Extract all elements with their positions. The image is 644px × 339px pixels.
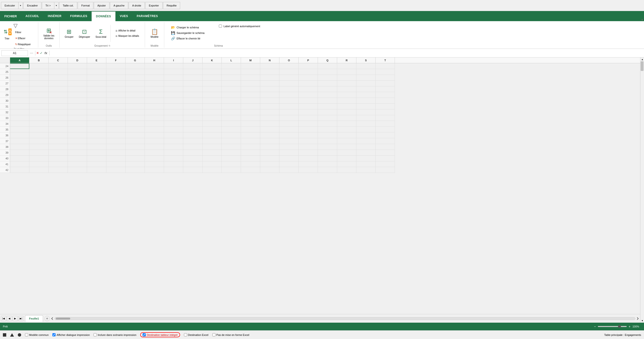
cell-I35[interactable]: [164, 127, 183, 132]
cell-S40[interactable]: [356, 156, 376, 161]
cell-C32[interactable]: [48, 110, 68, 115]
charger-schema-button[interactable]: 📂 Charger le schéma: [170, 25, 205, 30]
cell-J25[interactable]: [183, 69, 202, 75]
cell-R28[interactable]: [337, 86, 356, 92]
cell-S39[interactable]: [356, 150, 376, 156]
requete-button[interactable]: Requête: [163, 2, 180, 9]
v-scroll-up-button[interactable]: ▲: [640, 58, 644, 61]
cell-E38[interactable]: [87, 144, 106, 150]
cell-D35[interactable]: [68, 127, 87, 132]
cell-C25[interactable]: [48, 69, 68, 75]
pas-de-formate-checkbox[interactable]: [212, 333, 216, 336]
cell-N33[interactable]: [260, 115, 280, 121]
cell-E35[interactable]: [87, 127, 106, 132]
cell-Q42[interactable]: [318, 167, 337, 173]
cell-G37[interactable]: [126, 138, 145, 144]
cell-Q28[interactable]: [318, 86, 337, 92]
cell-F40[interactable]: [106, 156, 126, 161]
cell-H27[interactable]: [145, 80, 164, 86]
cell-R33[interactable]: [337, 115, 356, 121]
cell-G32[interactable]: [126, 110, 145, 115]
cell-J34[interactable]: [183, 121, 202, 127]
cell-N31[interactable]: [260, 104, 280, 110]
tab-parametres[interactable]: PARAMÈTRES: [132, 11, 162, 21]
cell-L35[interactable]: [222, 127, 241, 132]
cell-H34[interactable]: [145, 121, 164, 127]
cell-E40[interactable]: [87, 156, 106, 161]
cell-I34[interactable]: [164, 121, 183, 127]
cell-N34[interactable]: [260, 121, 280, 127]
cell-T39[interactable]: [376, 150, 395, 156]
cell-D24[interactable]: [68, 63, 87, 69]
tab-accueil[interactable]: ACCUEIL: [21, 11, 44, 21]
row-number-34[interactable]: 34: [0, 121, 10, 127]
valider-button[interactable]: ⊞ ✕ Valider les données: [41, 24, 56, 43]
row-number-27[interactable]: 27: [0, 80, 10, 86]
cell-R38[interactable]: [337, 144, 356, 150]
cell-G40[interactable]: [126, 156, 145, 161]
cell-O41[interactable]: [280, 161, 299, 167]
cell-C34[interactable]: [48, 121, 68, 127]
cell-H32[interactable]: [145, 110, 164, 115]
col-header-L[interactable]: L: [222, 58, 241, 63]
cell-K38[interactable]: [202, 144, 222, 150]
cell-T35[interactable]: [376, 127, 395, 132]
cell-L37[interactable]: [222, 138, 241, 144]
cell-O40[interactable]: [280, 156, 299, 161]
cell-I32[interactable]: [164, 110, 183, 115]
cell-I37[interactable]: [164, 138, 183, 144]
cell-A41[interactable]: [10, 161, 29, 167]
cell-R30[interactable]: [337, 98, 356, 104]
cell-J38[interactable]: [183, 144, 202, 150]
cell-A24[interactable]: [10, 63, 29, 69]
cell-S31[interactable]: [356, 104, 376, 110]
cell-Q35[interactable]: [318, 127, 337, 132]
cell-F37[interactable]: [106, 138, 126, 144]
cell-S24[interactable]: [356, 63, 376, 69]
cell-G41[interactable]: [126, 161, 145, 167]
cell-T24[interactable]: [376, 63, 395, 69]
cell-P26[interactable]: [299, 75, 318, 80]
cell-C37[interactable]: [48, 138, 68, 144]
cell-B25[interactable]: [29, 69, 48, 75]
cell-C24[interactable]: [48, 63, 68, 69]
cell-P34[interactable]: [299, 121, 318, 127]
reappliquer-button[interactable]: ↻ Réappliquer: [14, 41, 35, 47]
cell-M40[interactable]: [241, 156, 260, 161]
cell-T33[interactable]: [376, 115, 395, 121]
cell-R41[interactable]: [337, 161, 356, 167]
cell-Q40[interactable]: [318, 156, 337, 161]
col-header-J[interactable]: J: [183, 58, 202, 63]
cell-G24[interactable]: [126, 63, 145, 69]
cell-R40[interactable]: [337, 156, 356, 161]
h-scroll-thumb[interactable]: [56, 318, 70, 320]
cell-O28[interactable]: [280, 86, 299, 92]
cell-reference-input[interactable]: A1: [2, 50, 28, 56]
sauvegarder-schema-button[interactable]: 💾 Sauvegarder le schéma: [170, 30, 205, 35]
cell-C29[interactable]: [48, 92, 68, 98]
cell-B27[interactable]: [29, 80, 48, 86]
cell-P24[interactable]: [299, 63, 318, 69]
cell-F36[interactable]: [106, 132, 126, 138]
cell-I26[interactable]: [164, 75, 183, 80]
cell-Q41[interactable]: [318, 161, 337, 167]
cell-L33[interactable]: [222, 115, 241, 121]
cell-R37[interactable]: [337, 138, 356, 144]
cell-T26[interactable]: [376, 75, 395, 80]
v-scroll-down-button[interactable]: ▼: [640, 319, 644, 323]
effacer-button[interactable]: ✕ Effacer: [14, 35, 35, 41]
cell-L32[interactable]: [222, 110, 241, 115]
cell-N41[interactable]: [260, 161, 280, 167]
col-header-E[interactable]: E: [87, 58, 106, 63]
row-number-26[interactable]: 26: [0, 75, 10, 80]
sheet-nav-prev[interactable]: ◀: [7, 316, 12, 321]
row-number-38[interactable]: 38: [0, 144, 10, 150]
v-scroll-track[interactable]: [640, 61, 644, 319]
cell-B28[interactable]: [29, 86, 48, 92]
cell-G35[interactable]: [126, 127, 145, 132]
cell-P37[interactable]: [299, 138, 318, 144]
cell-B37[interactable]: [29, 138, 48, 144]
confirm-formula-icon[interactable]: ✓: [40, 51, 42, 55]
row-number-33[interactable]: 33: [0, 115, 10, 121]
cell-H40[interactable]: [145, 156, 164, 161]
